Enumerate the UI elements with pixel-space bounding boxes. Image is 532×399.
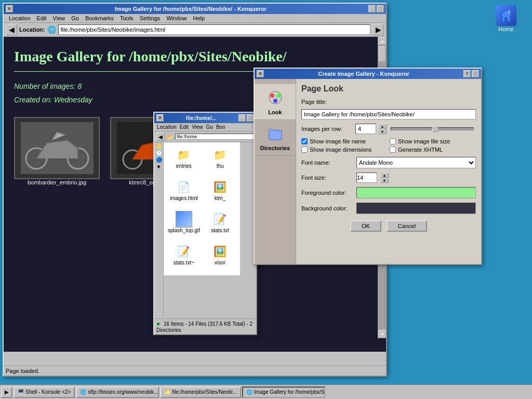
taskbar-btn-gallery[interactable]: 🌐 Image Gallery for /home/pbx/S... xyxy=(242,387,325,398)
fm-back-btn[interactable]: ◀ xyxy=(156,132,165,141)
fm-nav-icon[interactable]: 🔵 xyxy=(156,157,162,163)
tab-look[interactable]: Look xyxy=(255,84,296,120)
menu-view[interactable]: View xyxy=(50,15,69,22)
page-title-input[interactable] xyxy=(301,109,476,119)
close-btn-main[interactable]: ✕ xyxy=(6,5,13,12)
fm-star-icon[interactable]: ★ xyxy=(156,164,161,169)
scroll-down-btn[interactable]: ▼ xyxy=(378,330,386,338)
font-size-up[interactable]: ▲ xyxy=(380,172,389,178)
menu-help[interactable]: Help xyxy=(190,15,208,22)
taskbar-label-gallery: Image Gallery for /home/pbx/S... xyxy=(254,389,325,395)
file-item-entries[interactable]: 📁 entries xyxy=(168,147,200,175)
page-title-label: Page title: xyxy=(301,99,353,105)
generate-xhtml-label: Generate XHTML xyxy=(398,147,443,153)
minimize-btn-main[interactable]: _ xyxy=(368,5,376,12)
gallery-item-1[interactable]: bombardier_embrio.jpg xyxy=(14,117,100,185)
fm-menu-boo[interactable]: Boo xyxy=(215,124,227,130)
dialog-title: Create Image Gallery - Konqueror xyxy=(318,71,409,77)
images-per-row-slider[interactable] xyxy=(391,127,474,130)
file-item-thu[interactable]: 📁 thu xyxy=(204,147,236,175)
fg-color-label: Foreground color: xyxy=(301,190,353,196)
dialog-max-btn[interactable]: □ xyxy=(472,70,479,77)
close-btn-fm[interactable]: ✕ xyxy=(156,114,164,122)
file-item-stats[interactable]: 📝 stats.txt xyxy=(204,211,236,239)
show-filename-checkbox[interactable] xyxy=(301,138,308,144)
font-size-input[interactable] xyxy=(356,172,377,183)
file-item-stats-bak[interactable]: 📝 stats.txt~ xyxy=(168,243,200,271)
maximize-btn-fm[interactable]: □ xyxy=(247,114,254,122)
font-name-row: Font name: Andale Mono Arial Helvetica xyxy=(301,157,476,168)
home-desktop-icon[interactable]: Home xyxy=(490,5,522,32)
dialog-buttons: OK Cancel xyxy=(301,220,476,232)
dialog-form: Page Look Page title: Images per row: ▲ … xyxy=(296,79,481,264)
taskbar-btn-file[interactable]: 📁 file:/home/pbx/Sites/Neobi... xyxy=(160,387,241,398)
minimize-btn-fm[interactable]: _ xyxy=(238,114,246,122)
file-label-thu: thu xyxy=(217,163,224,169)
tab-directories[interactable]: Directories xyxy=(255,120,296,156)
svg-point-17 xyxy=(276,94,281,98)
file-item-images-html[interactable]: 📄 images.html xyxy=(168,179,200,207)
svg-rect-19 xyxy=(269,130,282,140)
scroll-thumb[interactable] xyxy=(379,46,386,62)
fg-color-swatch[interactable] xyxy=(356,187,476,198)
svg-point-16 xyxy=(270,94,274,98)
menu-edit[interactable]: Edit xyxy=(34,15,50,22)
start-button[interactable]: ▶ xyxy=(1,387,12,398)
fm-status-bar: ● 16 Items - 14 Files (317.6 KB Total) -… xyxy=(154,318,256,334)
location-input[interactable] xyxy=(58,24,371,35)
fm-menu-go[interactable]: Go xyxy=(205,124,215,130)
checkbox-show-dimensions[interactable]: Show image dimensions xyxy=(301,147,388,153)
menu-window[interactable]: Window xyxy=(163,15,190,22)
spinner-up[interactable]: ▲ xyxy=(378,124,387,129)
look-icon xyxy=(266,88,285,107)
checkbox-show-filename[interactable]: Show image file name xyxy=(301,138,388,144)
file-item-splash[interactable]: splash_top.gif xyxy=(168,211,200,239)
file-label-images-html: images.html xyxy=(170,195,198,201)
menu-bookmarks[interactable]: Bookmarks xyxy=(82,15,117,22)
checkbox-show-filesize[interactable]: Show image file size xyxy=(390,138,476,144)
slider-thumb[interactable] xyxy=(432,126,438,132)
menu-location[interactable]: Location xyxy=(6,15,34,22)
location-bar: ◀ Location: 🌐 ▶ xyxy=(4,23,386,37)
checkbox-generate-xhtml[interactable]: Generate XHTML xyxy=(390,147,476,153)
location-go-btn[interactable]: ▶ xyxy=(373,24,384,35)
filemanager-title: file:/home/... xyxy=(164,115,238,121)
images-per-row-input[interactable] xyxy=(355,124,376,134)
fm-menu-location[interactable]: Location xyxy=(155,124,178,130)
show-filesize-checkbox[interactable] xyxy=(390,138,396,144)
nav-back-btn[interactable]: ◀ xyxy=(6,24,17,35)
scroll-up-btn[interactable]: ▲ xyxy=(378,37,386,45)
dialog-help-btn[interactable]: ? xyxy=(463,70,471,77)
taskbar-label-shell: Shell - Konsole <2> xyxy=(25,389,71,395)
taskbar-label-file: file:/home/pbx/Sites/Neobi... xyxy=(172,389,237,395)
options-checkboxes: Show image file name Show image file siz… xyxy=(301,138,476,153)
maximize-btn-main[interactable]: □ xyxy=(377,5,384,12)
fm-history-icon[interactable]: 🕐 xyxy=(156,150,162,156)
menu-tools[interactable]: Tools xyxy=(117,15,137,22)
location-label: Location: xyxy=(19,26,45,33)
fm-menu-view[interactable]: View xyxy=(190,124,205,130)
file-item-ktm[interactable]: 🖼️ ktm_ xyxy=(204,179,236,207)
generate-xhtml-checkbox[interactable] xyxy=(390,147,396,153)
fm-menu-edit[interactable]: Edit xyxy=(178,124,190,130)
close-btn-dialog[interactable]: ✕ xyxy=(257,70,264,77)
bg-color-swatch[interactable] xyxy=(356,203,476,214)
taskbar-btn-shell[interactable]: 🖥️ Shell - Konsole <2> xyxy=(14,387,75,398)
file-item-visor[interactable]: 🖼️ visor xyxy=(204,243,236,271)
menu-go[interactable]: Go xyxy=(68,15,82,22)
taskbar-btn-sftp[interactable]: 🌐 sftp://bissex.org/www/neobik... xyxy=(76,387,159,398)
font-name-select[interactable]: Andale Mono Arial Helvetica xyxy=(356,157,476,168)
ok-button[interactable]: OK xyxy=(350,220,381,232)
fm-bookmark-icon[interactable]: ⭐ xyxy=(156,143,162,149)
menu-settings[interactable]: Settings xyxy=(137,15,164,22)
cancel-button[interactable]: Cancel xyxy=(387,220,427,232)
show-dimensions-checkbox[interactable] xyxy=(301,147,308,153)
fm-location-value[interactable]: file:/home xyxy=(175,134,254,140)
spinner-down[interactable]: ▼ xyxy=(378,129,387,134)
main-window-controls: ✕ xyxy=(6,5,13,12)
taskbar-label-sftp: sftp://bissex.org/www/neobik... xyxy=(88,389,158,395)
folder-icon-thu: 📁 xyxy=(212,147,229,163)
main-window-title: Image Gallery for /home/pbx/Sites/Neobik… xyxy=(13,6,368,12)
font-size-down[interactable]: ▼ xyxy=(380,178,389,183)
main-titlebar: ✕ Image Gallery for /home/pbx/Sites/Neob… xyxy=(4,4,386,14)
